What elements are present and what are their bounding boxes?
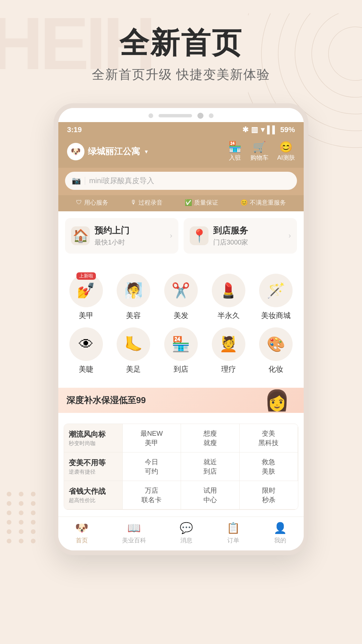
wifi-icon: ▾ [261,125,264,134]
therapy-icon-wrap: 💆 [212,327,245,361]
nav-header-nowait[interactable]: 变美不用等 逆袭有捷径 [64,452,123,481]
bottom-nav-home[interactable]: 🐶 首页 [75,522,88,544]
hair-label: 美发 [174,311,188,321]
nearby-text: 就近到店 [186,457,235,476]
category-grid: 上新啦 💅 美甲 🧖 美容 ✂️ 美发 💄 半永久 [64,274,298,374]
header-icon-cart[interactable]: 🛒 购物车 [250,142,268,162]
nav-cell-emergency[interactable]: 救急美肤 [240,452,298,481]
category-nail[interactable]: 上新啦 💅 美甲 [64,274,109,321]
nav-cell-flash[interactable]: 限时秒杀 [240,481,298,509]
nav-cell-membercard[interactable]: 万店联名卡 [123,481,181,509]
service-tag-quality: ✅ 质量保证 [185,199,218,207]
booking-card-home[interactable]: 🏠 预约上门 最快1小时 › [65,218,178,254]
bottom-nav: 🐶 首页 📖 美业百科 💬 消息 📋 订单 👤 我的 [58,517,304,550]
booking-card-store[interactable]: 📍 到店服务 门店3000家 › [184,218,297,254]
record-icon: 🎙 [130,199,136,206]
front-camera [197,113,203,119]
speaker-dot-left [148,113,153,118]
category-makeup-mall[interactable]: 🪄 美妆商城 [253,274,298,321]
home-service-info: 预约上门 最快1小时 [95,225,129,247]
bottom-nav-profile[interactable]: 👤 我的 [274,522,287,544]
nav-header-trend[interactable]: 潮流风向标 秒变时尚咖 [64,424,123,452]
makeup-mall-label: 美妆商城 [261,311,291,321]
beauty-tech-text: 变美黑科技 [244,429,293,447]
record-label: 过程录音 [138,199,163,207]
app-header: 🐶 绿城丽江公寓 ▾ 🏪 入驻 🛒 购物车 😊 AI测肤 [58,137,304,168]
ai-skin-icon: 😊 [279,142,293,152]
membercard-text: 万店联名卡 [127,486,176,504]
category-makeup[interactable]: 🎨 化妆 [253,327,298,374]
guarantee-label: 不满意重服务 [250,199,286,207]
today-text: 今日可约 [127,457,176,476]
home-service-title: 预约上门 [95,225,129,236]
bottom-nav-message[interactable]: 💬 消息 [180,522,193,544]
nav-cell-beauty-tech[interactable]: 变美黑科技 [240,424,298,452]
cart-label: 购物车 [250,154,268,162]
category-lashes[interactable]: 👁 美睫 [64,327,109,374]
speaker-dot-right [209,113,214,118]
orders-nav-icon: 📋 [227,522,240,534]
signal-bars-icon: ▌▌ [267,125,278,134]
trend-sub: 秒变时尚咖 [69,440,118,447]
nav-cell-new-nail[interactable]: 最NEW美甲 [123,424,181,452]
bottom-nav-orders[interactable]: 📋 订单 [227,522,240,544]
semi-label: 半永久 [218,311,240,321]
store-service-info: 到店服务 门店3000家 [213,225,248,247]
slim-text: 想瘦就瘦 [186,429,235,447]
nowait-title: 变美不用等 [69,458,118,468]
promo-banner[interactable]: 深度补水保湿低至99 👩 [58,388,304,413]
trial-text: 试用中心 [186,486,235,504]
profile-nav-label: 我的 [274,536,286,544]
store-service-icon: 📍 [190,226,208,245]
nav-cell-nearby[interactable]: 就近到店 [181,452,240,481]
category-store[interactable]: 🏪 到店 [159,327,203,374]
home-nav-icon: 🐶 [75,522,88,534]
header-icon-checkin[interactable]: 🏪 入驻 [228,142,242,162]
checkin-icon: 🏪 [228,142,242,152]
nav-cell-trial[interactable]: 试用中心 [181,481,240,509]
search-icon: 📷 [72,176,81,185]
bottom-nav-wiki[interactable]: 📖 美业百科 [122,522,146,544]
booking-section: 🏠 预约上门 最快1小时 › 📍 到店服务 门店3000家 › [58,211,304,260]
category-semipermanent[interactable]: 💄 半永久 [206,274,251,321]
message-nav-icon: 💬 [180,522,193,534]
category-pedicure[interactable]: 🦶 美足 [111,327,156,374]
location-text[interactable]: 绿城丽江公寓 [88,146,140,157]
beauty-label: 美容 [126,311,141,321]
service-tag-guarantee: 😊 不满意重服务 [240,199,286,207]
orders-nav-label: 订单 [227,536,239,544]
makeup-icon-wrap: 🎨 [259,327,293,361]
semi-icon-wrap: 💄 [212,274,245,307]
home-service-icon: 🏠 [71,226,90,245]
nav-cell-today[interactable]: 今日可约 [123,452,181,481]
search-bar[interactable]: 📷 mini玻尿酸真皮导入 [65,172,297,190]
nav-header-save[interactable]: 省钱大作战 超高性价比 [64,481,123,509]
category-beauty[interactable]: 🧖 美容 [111,274,156,321]
new-nail-text: 最NEW美甲 [127,429,176,447]
nav-cell-slim[interactable]: 想瘦就瘦 [181,424,240,452]
promo-text: 深度补水保湿低至99 [66,394,146,406]
cart-icon: 🛒 [253,142,266,152]
category-therapy[interactable]: 💆 理疗 [206,327,251,374]
hair-icon-wrap: ✂️ [164,274,198,307]
nowait-sub: 逆袭有捷径 [69,469,118,476]
bluetooth-icon: ✱ [242,125,248,134]
service-tags: 🛡 用心服务 🎙 过程录音 ✅ 质量保证 😊 不满意重服务 [58,195,304,211]
location-chevron-icon: ▾ [145,148,148,155]
phone-container: 3:19 ✱ ▥ ▾ ▌▌ 59% 🐶 绿城丽江公寓 ▾ 🏪 入驻 [0,103,362,555]
nav-grid-section: 潮流风向标 秒变时尚咖 最NEW美甲 想瘦就瘦 变美黑科技 变美不用等 逆袭有捷… [58,417,304,517]
trend-title: 潮流风向标 [69,429,118,439]
phone-speaker [58,108,304,122]
search-input[interactable]: mini玻尿酸真皮导入 [89,176,154,186]
status-time: 3:19 [67,125,82,134]
page-subtitle: 全新首页升级 快捷变美新体验 [20,66,342,83]
makeup-label: 化妆 [268,364,283,374]
status-bar: 3:19 ✱ ▥ ▾ ▌▌ 59% [58,122,304,137]
category-hair[interactable]: ✂️ 美发 [159,274,203,321]
wiki-nav-icon: 📖 [127,522,141,534]
guarantee-icon: 😊 [240,199,248,206]
header-icon-ai[interactable]: 😊 AI测肤 [277,142,295,162]
location-row[interactable]: 🐶 绿城丽江公寓 ▾ [67,143,148,160]
service-tag-care: 🛡 用心服务 [76,199,108,207]
search-divider [85,177,85,185]
